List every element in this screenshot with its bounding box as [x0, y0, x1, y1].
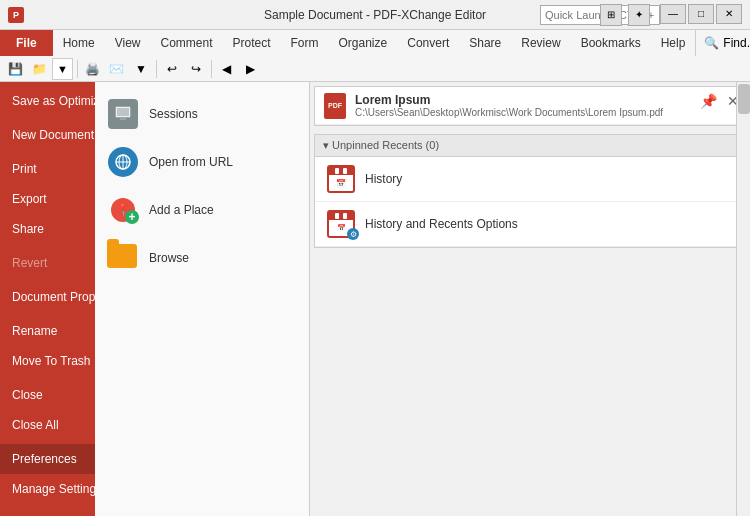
sidebar-item-export[interactable]: Export	[0, 184, 95, 214]
browse-label: Browse	[149, 251, 189, 265]
folder-icon[interactable]: 📁	[28, 58, 50, 80]
svg-rect-1	[117, 108, 129, 116]
menu-organize[interactable]: Organize	[329, 30, 398, 56]
sidebar-item-save-as-optimized[interactable]: Save as Optimized	[0, 86, 95, 116]
browse-icon	[107, 242, 139, 274]
close-button[interactable]: ✕	[716, 4, 742, 24]
back-button[interactable]: ◀	[216, 58, 238, 80]
menu-help[interactable]: Help	[651, 30, 696, 56]
right-panel: PDF Lorem Ipsum C:\Users\Sean\Desktop\Wo…	[310, 82, 750, 516]
sidebar-item-share[interactable]: Share	[0, 214, 95, 244]
recent-file-path: C:\Users\Sean\Desktop\Workmisc\Work Docu…	[355, 107, 663, 118]
sidebar-item-exit[interactable]: Exit	[0, 508, 95, 516]
svg-rect-2	[120, 118, 126, 120]
forward-button[interactable]: ▶	[240, 58, 262, 80]
maximize-button[interactable]: □	[688, 4, 714, 24]
svg-rect-3	[118, 120, 128, 122]
dropdown-btn[interactable]: ▼	[52, 58, 73, 80]
unpinned-header[interactable]: ▾ Unpinned Recents (0)	[315, 135, 745, 157]
toolbar: 💾 📁 ▼ 🖨️ ✉️ ▼ ↩ ↪ ◀ ▶	[0, 56, 750, 82]
find-icon: 🔍	[704, 36, 719, 50]
menu-form[interactable]: Form	[281, 30, 329, 56]
save-button[interactable]: 💾	[4, 58, 26, 80]
separator-3	[211, 60, 212, 78]
recent-file-name: Lorem Ipsum	[355, 93, 663, 107]
toolbar-icon-1[interactable]: ⊞	[600, 4, 622, 26]
menu-view[interactable]: View	[105, 30, 151, 56]
sessions-label: Sessions	[149, 107, 198, 121]
app-icon: P	[8, 7, 24, 23]
pdf-icon: PDF	[323, 94, 347, 118]
menu-bar-right: 🔍 Find... 🔍 Search...	[695, 30, 750, 56]
minimize-button[interactable]: —	[660, 4, 686, 24]
menu-comment[interactable]: Comment	[150, 30, 222, 56]
recent-card-header: PDF Lorem Ipsum C:\Users\Sean\Desktop\Wo…	[315, 87, 745, 125]
middle-panel: Sessions Open from URL 📍	[95, 82, 310, 516]
redo-button[interactable]: ↪	[185, 58, 207, 80]
sidebar-item-print[interactable]: Print	[0, 154, 95, 184]
menu-bar: File Home View Comment Protect Form Orga…	[0, 30, 750, 56]
menu-review[interactable]: Review	[511, 30, 570, 56]
separator-2	[156, 60, 157, 78]
find-bar[interactable]: 🔍 Find...	[695, 30, 750, 56]
sidebar-item-new-document[interactable]: New Document	[0, 120, 95, 150]
find-label: Find...	[723, 36, 750, 50]
sidebar-item-close-all[interactable]: Close All	[0, 410, 95, 440]
title-bar: P Sample Document - PDF-XChange Editor ⊞…	[0, 0, 750, 30]
menu-home[interactable]: Home	[53, 30, 105, 56]
file-sidebar: Save as Optimized New Document Print Exp…	[0, 82, 95, 516]
history-recents-icon: 📅 ⚙	[327, 210, 355, 238]
undo-button[interactable]: ↩	[161, 58, 183, 80]
email-icon[interactable]: ✉️	[106, 58, 128, 80]
menu-protect[interactable]: Protect	[223, 30, 281, 56]
middle-item-sessions[interactable]: Sessions	[95, 90, 309, 138]
recent-file-card: PDF Lorem Ipsum C:\Users\Sean\Desktop\Wo…	[314, 86, 746, 126]
history-recents-label: History and Recents Options	[365, 217, 518, 231]
middle-item-browse[interactable]: Browse	[95, 234, 309, 282]
pin-button[interactable]: 📌	[700, 93, 717, 109]
print-icon[interactable]: 🖨️	[82, 58, 104, 80]
sidebar-item-move-to-trash[interactable]: Move To Trash	[0, 346, 95, 376]
sidebar-item-document-properties[interactable]: Document Properties	[0, 282, 95, 312]
scrollbar[interactable]	[736, 82, 750, 516]
open-url-label: Open from URL	[149, 155, 233, 169]
add-place-label: Add a Place	[149, 203, 214, 217]
sidebar-item-close[interactable]: Close	[0, 380, 95, 410]
sidebar-item-preferences[interactable]: Preferences	[0, 444, 95, 474]
menu-bookmarks[interactable]: Bookmarks	[571, 30, 651, 56]
history-recents-item[interactable]: 📅 ⚙ History and Recents Options	[315, 202, 745, 247]
dropdown-btn-2[interactable]: ▼	[130, 58, 152, 80]
sidebar-item-rename[interactable]: Rename	[0, 316, 95, 346]
menu-convert[interactable]: Convert	[397, 30, 459, 56]
sessions-icon	[107, 98, 139, 130]
recents-section: ▾ Unpinned Recents (0) 📅 History	[314, 134, 746, 248]
open-url-icon	[107, 146, 139, 178]
menu-share[interactable]: Share	[459, 30, 511, 56]
menu-file[interactable]: File	[0, 30, 53, 56]
middle-item-open-url[interactable]: Open from URL	[95, 138, 309, 186]
add-place-icon: 📍 +	[107, 194, 139, 226]
history-item[interactable]: 📅 History	[315, 157, 745, 202]
toolbar-icon-2[interactable]: ✦	[628, 4, 650, 26]
sidebar-item-manage-settings[interactable]: Manage Settings	[0, 474, 95, 504]
history-label: History	[365, 172, 402, 186]
sidebar-item-revert: Revert	[0, 248, 95, 278]
separator-1	[77, 60, 78, 78]
middle-item-add-place[interactable]: 📍 + Add a Place	[95, 186, 309, 234]
history-icon: 📅	[327, 165, 355, 193]
recent-card-info: Lorem Ipsum C:\Users\Sean\Desktop\Workmi…	[355, 93, 663, 118]
main-layout: Save as Optimized New Document Print Exp…	[0, 82, 750, 516]
window-controls: ⊞ ✦ — □ ✕	[600, 4, 742, 26]
